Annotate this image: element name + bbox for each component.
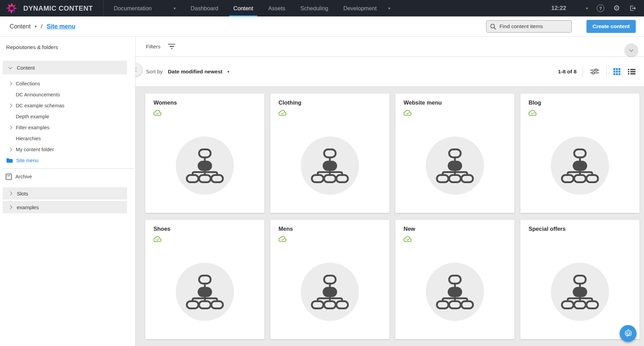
- sidebar-item-site-menu[interactable]: Site menu: [0, 155, 135, 166]
- sidebar-item-label: My content folder: [16, 147, 54, 152]
- sidebar-item-label: Archive: [15, 174, 32, 179]
- nav-item-assets[interactable]: Assets: [261, 0, 293, 16]
- hierarchy-thumbnail: [551, 263, 609, 321]
- nav-item-content[interactable]: Content: [226, 0, 261, 16]
- archive-icon: [5, 174, 12, 180]
- robot-chat-icon: [622, 328, 634, 339]
- published-status-icon: [404, 236, 506, 243]
- content-card-special-offers[interactable]: Special offers: [520, 220, 640, 339]
- chevron-down-icon: [629, 48, 633, 51]
- nav-item-dashboard[interactable]: Dashboard: [183, 0, 226, 16]
- logout-icon: [629, 4, 636, 12]
- card-title: New: [404, 226, 506, 232]
- brand-name: DYNAMIC CONTENT: [23, 4, 93, 12]
- content-card-mens[interactable]: Mens: [270, 220, 389, 339]
- sidebar-dotted-divider: [3, 168, 133, 169]
- content-card-womens[interactable]: Womens: [145, 94, 264, 213]
- expand-filters-button[interactable]: [625, 44, 638, 57]
- sidebar-item-slots[interactable]: Slots: [3, 187, 127, 200]
- repository-selector[interactable]: Content ▾: [10, 23, 37, 30]
- list-view-icon: [628, 69, 635, 75]
- content-card-website-menu[interactable]: Website menu: [395, 94, 515, 213]
- sidebar-item-label: DC example schemas: [16, 103, 64, 108]
- display-settings-button[interactable]: [589, 67, 600, 76]
- topbar-divider: [103, 0, 103, 16]
- card-title: Website menu: [404, 99, 506, 106]
- current-time: 12:22: [551, 5, 566, 12]
- sidebar-item-hierarchies[interactable]: Hierarchies: [0, 133, 135, 144]
- create-content-button[interactable]: Create content: [586, 20, 636, 33]
- grid-view-button[interactable]: [613, 68, 621, 76]
- chevron-right-icon: [8, 147, 12, 151]
- caret-down-icon: ▾: [35, 24, 37, 29]
- filters-bar: Filters: [136, 37, 644, 57]
- timezone-selector[interactable]: 12:22 ▾: [551, 5, 588, 12]
- caret-down-icon[interactable]: ▾: [227, 69, 229, 74]
- context-bar: Content ▾ / Site menu Create content: [0, 16, 644, 37]
- chat-assistant-button[interactable]: [620, 325, 636, 342]
- sidebar-item-depth-example[interactable]: Depth example: [0, 111, 135, 122]
- nav-item-label: Content: [233, 5, 253, 12]
- help-icon: ?: [597, 4, 604, 12]
- nav-item-label: Development: [343, 5, 376, 12]
- hierarchy-thumbnail: [426, 136, 484, 195]
- sort-bar: Sort by Date modified newest ▾ 1-8 of 8: [136, 57, 644, 86]
- sidebar-item-label: Hierarchies: [16, 136, 41, 141]
- chevron-left-icon: [136, 68, 138, 71]
- nav-item-documentation[interactable]: Documentation ▾: [106, 0, 183, 16]
- breadcrumb-current-folder-link[interactable]: Site menu: [47, 23, 75, 30]
- content-card-new[interactable]: New: [395, 220, 515, 339]
- repository-children: Collections DC Announcements DC example …: [0, 78, 135, 166]
- caret-down-icon: ▾: [388, 6, 391, 11]
- help-button[interactable]: ?: [597, 4, 604, 12]
- hierarchy-thumbnail: [301, 136, 359, 195]
- grid-view-icon: [614, 68, 620, 75]
- hierarchy-thumbnail: [176, 263, 234, 321]
- filter-icon[interactable]: [166, 43, 177, 51]
- content-main: Filters Sort by Date modified newest ▾ 1…: [136, 37, 644, 346]
- sidebar-item-content[interactable]: Content: [3, 61, 127, 74]
- sidebar-item-my-content-folder[interactable]: My content folder: [0, 144, 135, 155]
- settings-button[interactable]: ⚙: [613, 4, 620, 12]
- sidebar-item-label: Filter examples: [16, 125, 49, 130]
- sort-by-label: Sort by: [146, 69, 163, 75]
- breadcrumb-separator: /: [41, 23, 42, 30]
- sidebar-item-collections[interactable]: Collections: [0, 78, 135, 89]
- published-status-icon: [404, 109, 506, 117]
- search-input[interactable]: [499, 23, 568, 29]
- published-status-icon: [529, 109, 631, 117]
- sidebar-item-label: Collections: [16, 81, 40, 86]
- sort-order-dropdown[interactable]: Date modified newest: [168, 69, 222, 75]
- sidebar-item-label: Site menu: [16, 158, 38, 163]
- logout-button[interactable]: [629, 4, 636, 12]
- sidebar-item-archive[interactable]: Archive: [0, 171, 135, 182]
- hierarchy-thumbnail: [301, 263, 359, 321]
- sidebar-item-dc-example-schemas[interactable]: DC example schemas: [0, 100, 135, 111]
- content-card-clothing[interactable]: Clothing: [270, 94, 389, 213]
- sidebar-item-examples[interactable]: examples: [3, 201, 127, 213]
- nav-item-development[interactable]: Development ▾: [336, 0, 398, 16]
- search-box: [486, 20, 572, 33]
- caret-down-icon: ▾: [586, 6, 588, 11]
- nav-item-scheduling[interactable]: Scheduling: [293, 0, 336, 16]
- sidebar-item-filter-examples[interactable]: Filter examples: [0, 122, 135, 133]
- content-cards-grid: Womens Clothing: [136, 86, 644, 346]
- nav-item-label: Dashboard: [191, 5, 219, 12]
- sidebar-item-label: DC Announcements: [16, 92, 60, 97]
- dynamic-content-logo-icon: [5, 2, 18, 14]
- published-status-icon: [153, 109, 256, 117]
- filters-label: Filters: [146, 44, 160, 50]
- published-status-icon: [153, 236, 256, 243]
- list-view-button[interactable]: [627, 68, 636, 75]
- results-range: 1-8 of 8: [558, 69, 577, 75]
- nav-item-label: Scheduling: [300, 5, 329, 12]
- chevron-right-icon: [8, 191, 12, 195]
- nav-item-label: Assets: [268, 5, 285, 12]
- content-card-blog[interactable]: Blog: [520, 94, 640, 213]
- brand-home-link[interactable]: DYNAMIC CONTENT: [0, 0, 103, 16]
- card-title: Blog: [529, 99, 631, 106]
- gear-icon: ⚙: [613, 4, 620, 12]
- content-card-shoes[interactable]: Shoes: [145, 220, 264, 339]
- repositories-sidebar: Repositories & folders Content Collectio…: [0, 37, 136, 346]
- sidebar-item-dc-announcements[interactable]: DC Announcements: [0, 89, 135, 100]
